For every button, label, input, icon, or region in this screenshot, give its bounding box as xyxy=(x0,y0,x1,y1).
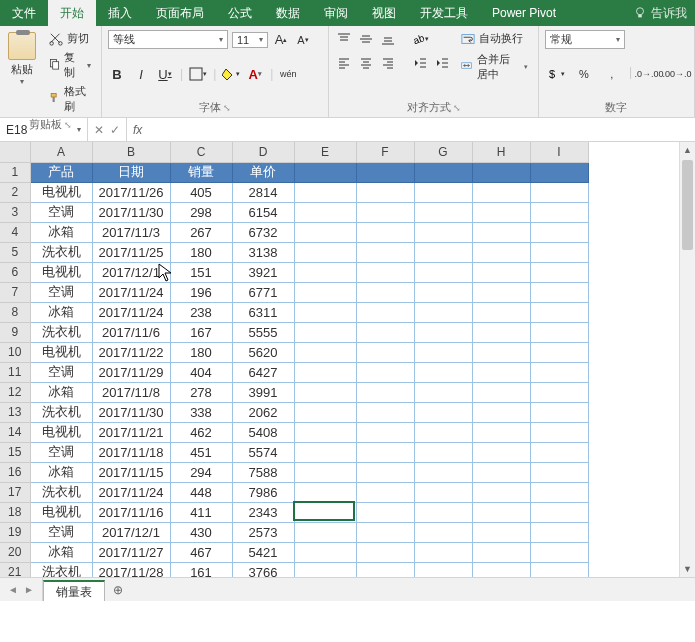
cell[interactable]: 467 xyxy=(170,542,232,562)
cell[interactable] xyxy=(294,462,356,482)
cell[interactable]: 冰箱 xyxy=(30,382,92,402)
cell[interactable] xyxy=(356,502,414,522)
cell[interactable] xyxy=(472,282,530,302)
menu-视图[interactable]: 视图 xyxy=(360,0,408,26)
cell[interactable] xyxy=(294,402,356,422)
cell[interactable] xyxy=(472,162,530,182)
cell[interactable]: 167 xyxy=(170,322,232,342)
cell[interactable] xyxy=(414,462,472,482)
menu-审阅[interactable]: 审阅 xyxy=(312,0,360,26)
cell[interactable]: 5421 xyxy=(232,542,294,562)
cell[interactable]: 2573 xyxy=(232,522,294,542)
cell[interactable] xyxy=(530,202,588,222)
cell[interactable]: 2017/11/6 xyxy=(92,322,170,342)
cell[interactable]: 448 xyxy=(170,482,232,502)
row-header[interactable]: 12 xyxy=(0,382,30,402)
cell[interactable]: 产品 xyxy=(30,162,92,182)
cell[interactable] xyxy=(414,482,472,502)
cell[interactable] xyxy=(356,562,414,577)
row-header[interactable]: 17 xyxy=(0,482,30,502)
col-header[interactable]: A xyxy=(30,142,92,162)
cell[interactable]: 2017/12/1 xyxy=(92,522,170,542)
cell[interactable]: 2017/11/18 xyxy=(92,442,170,462)
cell[interactable] xyxy=(472,182,530,202)
cell[interactable] xyxy=(356,342,414,362)
cell[interactable] xyxy=(530,562,588,577)
cell[interactable] xyxy=(294,382,356,402)
row-header[interactable]: 13 xyxy=(0,402,30,422)
cell[interactable] xyxy=(530,322,588,342)
cell[interactable] xyxy=(414,522,472,542)
cell[interactable] xyxy=(414,162,472,182)
row-header[interactable]: 3 xyxy=(0,202,30,222)
cell[interactable] xyxy=(472,422,530,442)
cell[interactable]: 冰箱 xyxy=(30,222,92,242)
decrease-decimal-icon[interactable]: .00→.0 xyxy=(666,65,688,83)
cell[interactable]: 278 xyxy=(170,382,232,402)
cell[interactable] xyxy=(472,382,530,402)
cell[interactable]: 338 xyxy=(170,402,232,422)
cell[interactable]: 电视机 xyxy=(30,502,92,522)
orientation-icon[interactable]: ab▾ xyxy=(411,30,429,48)
cell[interactable]: 462 xyxy=(170,422,232,442)
cell[interactable]: 空调 xyxy=(30,522,92,542)
cell[interactable]: 冰箱 xyxy=(30,542,92,562)
col-header[interactable]: G xyxy=(414,142,472,162)
cell[interactable]: 298 xyxy=(170,202,232,222)
cell[interactable]: 2017/11/8 xyxy=(92,382,170,402)
font-color-button[interactable]: A▾ xyxy=(246,65,264,83)
cell[interactable]: 5408 xyxy=(232,422,294,442)
cell[interactable] xyxy=(294,302,356,322)
cell[interactable] xyxy=(356,542,414,562)
cell[interactable] xyxy=(356,182,414,202)
cell[interactable]: 180 xyxy=(170,242,232,262)
align-middle-icon[interactable] xyxy=(357,30,375,48)
cell[interactable] xyxy=(294,282,356,302)
cell[interactable] xyxy=(530,402,588,422)
cell[interactable] xyxy=(294,562,356,577)
comma-format-icon[interactable]: , xyxy=(601,65,623,83)
cell[interactable]: 洗衣机 xyxy=(30,402,92,422)
increase-decimal-icon[interactable]: .0→.00 xyxy=(638,65,660,83)
row-header[interactable]: 21 xyxy=(0,562,30,577)
sheet-nav-next-icon[interactable]: ► xyxy=(24,584,34,595)
cancel-formula-icon[interactable]: ✕ xyxy=(94,123,104,137)
cell[interactable] xyxy=(530,482,588,502)
border-button[interactable]: ▾ xyxy=(189,65,207,83)
row-header[interactable]: 4 xyxy=(0,222,30,242)
cell[interactable]: 161 xyxy=(170,562,232,577)
cell[interactable]: 7588 xyxy=(232,462,294,482)
cell[interactable] xyxy=(414,322,472,342)
menu-开发工具[interactable]: 开发工具 xyxy=(408,0,480,26)
cell[interactable] xyxy=(356,242,414,262)
menu-页面布局[interactable]: 页面布局 xyxy=(144,0,216,26)
cell[interactable]: 电视机 xyxy=(30,262,92,282)
cell[interactable]: 洗衣机 xyxy=(30,242,92,262)
cell[interactable] xyxy=(472,322,530,342)
phonetic-button[interactable]: wén xyxy=(279,65,297,83)
cell[interactable] xyxy=(472,542,530,562)
cell[interactable]: 洗衣机 xyxy=(30,322,92,342)
menu-Power Pivot[interactable]: Power Pivot xyxy=(480,0,568,26)
cell[interactable] xyxy=(472,482,530,502)
cell[interactable] xyxy=(294,522,356,542)
cell[interactable] xyxy=(414,342,472,362)
accounting-format-icon[interactable]: $▾ xyxy=(545,65,567,83)
cell[interactable] xyxy=(414,542,472,562)
align-right-icon[interactable] xyxy=(379,54,397,72)
col-header[interactable]: E xyxy=(294,142,356,162)
font-name-combo[interactable]: 等线▾ xyxy=(108,30,228,49)
cell[interactable] xyxy=(472,562,530,577)
cell[interactable]: 430 xyxy=(170,522,232,542)
cell[interactable] xyxy=(530,282,588,302)
row-header[interactable]: 8 xyxy=(0,302,30,322)
row-header[interactable]: 5 xyxy=(0,242,30,262)
number-format-combo[interactable]: 常规▾ xyxy=(545,30,625,49)
cut-button[interactable]: 剪切 xyxy=(45,30,95,47)
dialog-launcher-icon[interactable]: ⤡ xyxy=(453,103,461,113)
cell[interactable] xyxy=(472,442,530,462)
row-header[interactable]: 19 xyxy=(0,522,30,542)
cell[interactable] xyxy=(414,302,472,322)
cell[interactable] xyxy=(414,502,472,522)
cell[interactable]: 2017/11/24 xyxy=(92,482,170,502)
